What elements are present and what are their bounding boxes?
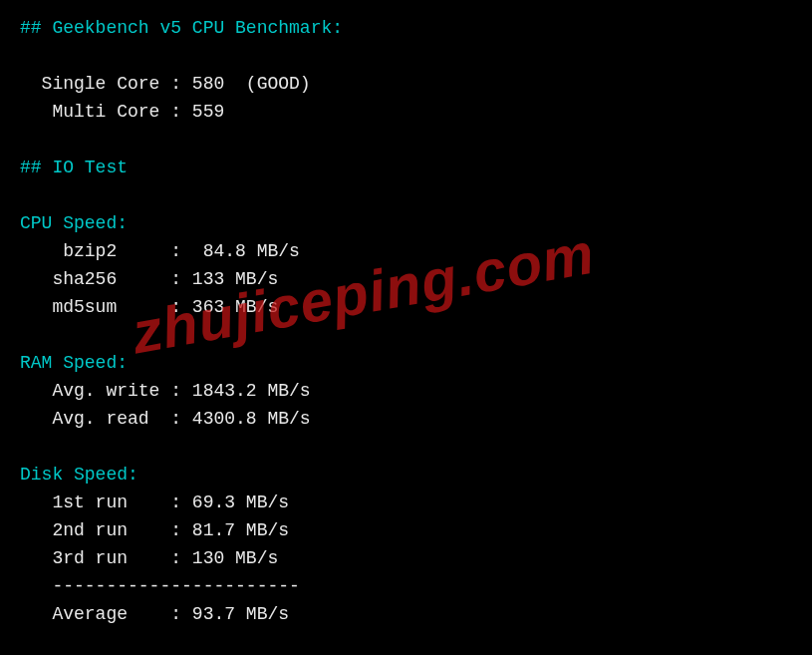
blank-line — [20, 433, 792, 461]
single-core-row: Single Core : 580 (GOOD) — [20, 70, 792, 98]
sha256-row: sha256 : 133 MB/s — [20, 265, 792, 293]
blank-line — [20, 321, 792, 349]
blank-line — [20, 126, 792, 154]
blank-line — [20, 181, 792, 209]
disk-run2-value: 81.7 MB/s — [192, 520, 289, 540]
ram-speed-header: RAM Speed: — [20, 349, 792, 377]
disk-divider: ----------------------- — [20, 572, 792, 600]
ram-read-value: 4300.8 MB/s — [192, 409, 311, 429]
disk-run3-row: 3rd run : 130 MB/s — [20, 544, 792, 572]
disk-run1-value: 69.3 MB/s — [192, 492, 289, 512]
sha256-value: 133 MB/s — [192, 269, 278, 289]
bzip2-label: bzip2 : — [20, 241, 203, 261]
single-core-value: 580 (GOOD) — [192, 74, 311, 94]
io-test-header: ## IO Test — [20, 154, 792, 181]
disk-speed-header: Disk Speed: — [20, 461, 792, 489]
ram-write-label: Avg. write : — [20, 381, 192, 401]
bzip2-value: 84.8 MB/s — [203, 241, 300, 261]
blank-line — [20, 42, 792, 70]
disk-run2-label: 2nd run : — [20, 520, 192, 540]
ram-read-label: Avg. read : — [20, 409, 192, 429]
single-core-label: Single Core : — [20, 74, 192, 94]
disk-run3-value: 130 MB/s — [192, 548, 278, 568]
disk-run3-label: 3rd run : — [20, 548, 192, 568]
md5sum-label: md5sum : — [20, 297, 192, 317]
ram-read-row: Avg. read : 4300.8 MB/s — [20, 405, 792, 433]
multi-core-label: Multi Core : — [20, 102, 192, 122]
disk-run2-row: 2nd run : 81.7 MB/s — [20, 516, 792, 544]
disk-avg-label: Average : — [20, 604, 192, 624]
ram-write-row: Avg. write : 1843.2 MB/s — [20, 377, 792, 405]
ram-write-value: 1843.2 MB/s — [192, 381, 311, 401]
sha256-label: sha256 : — [20, 269, 192, 289]
md5sum-value: 363 MB/s — [192, 297, 278, 317]
bzip2-row: bzip2 : 84.8 MB/s — [20, 237, 792, 265]
cpu-speed-header: CPU Speed: — [20, 209, 792, 237]
disk-run1-label: 1st run : — [20, 492, 192, 512]
multi-core-value: 559 — [192, 102, 224, 122]
multi-core-row: Multi Core : 559 — [20, 98, 792, 126]
disk-avg-value: 93.7 MB/s — [192, 604, 289, 624]
disk-run1-row: 1st run : 69.3 MB/s — [20, 489, 792, 516]
geekbench-header: ## Geekbench v5 CPU Benchmark: — [20, 14, 792, 42]
md5sum-row: md5sum : 363 MB/s — [20, 293, 792, 321]
disk-avg-row: Average : 93.7 MB/s — [20, 600, 792, 628]
